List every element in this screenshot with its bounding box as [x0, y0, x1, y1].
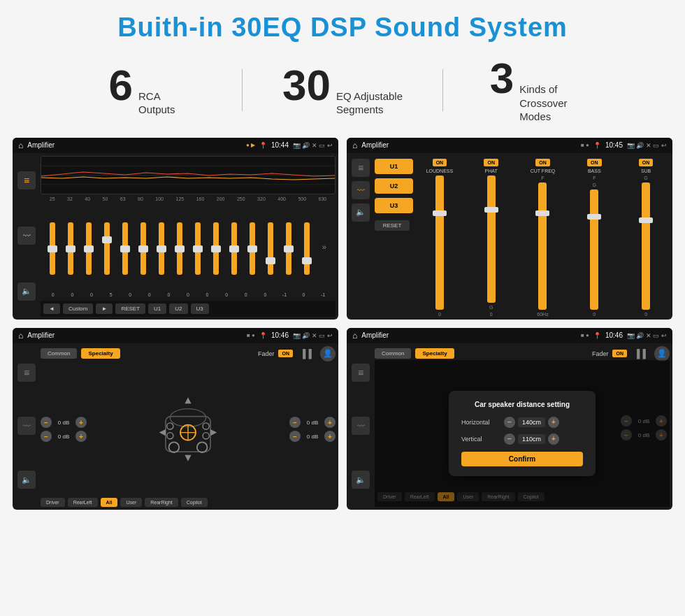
eq-custom-btn[interactable]: Custom	[63, 303, 94, 314]
eq-slider-5[interactable]	[122, 222, 128, 275]
fader-plus-right-2[interactable]: +	[324, 431, 336, 442]
crossover-content-area: ≡ 〰 🔈 U1 U2 U3 RESET ON LOUDNESS	[347, 153, 672, 320]
fader-minus-right-2[interactable]: −	[289, 431, 301, 442]
confirm-button[interactable]: Confirm	[461, 452, 583, 466]
fader-status-icons: 📷 🔊 ✕ ▭ ↩	[293, 332, 333, 339]
eq-sidebar-btn-3[interactable]: 🔈	[17, 282, 36, 301]
eq-sidebar-btn-2[interactable]: 〰	[17, 227, 36, 245]
fader-common-tab[interactable]: Common	[41, 348, 77, 359]
eq-u3-btn[interactable]: U3	[191, 303, 209, 314]
sub-slider[interactable]	[642, 182, 650, 310]
eq-slider-2[interactable]	[68, 222, 73, 275]
vertical-plus-btn[interactable]: +	[548, 434, 559, 445]
eq-slider-11[interactable]	[231, 222, 237, 275]
fader-minus-left-1[interactable]: −	[41, 417, 52, 428]
eq-slider-3[interactable]	[86, 222, 92, 275]
eq-u2-btn[interactable]: U2	[169, 303, 187, 314]
eq-val-12: 0	[261, 292, 269, 297]
eq-freq-400: 400	[277, 196, 286, 201]
fader-user-btn[interactable]: User	[120, 498, 142, 507]
crossover-speaker-btn[interactable]: 🔈	[352, 203, 370, 222]
eq-val-11: 0	[242, 292, 250, 297]
eq-slider-1[interactable]	[50, 222, 55, 275]
eq-slider-10[interactable]	[213, 222, 219, 275]
eq-slider-8[interactable]	[177, 222, 182, 275]
horizontal-plus-btn[interactable]: +	[548, 417, 559, 428]
horizontal-minus-btn[interactable]: −	[504, 417, 515, 428]
eq-slider-4[interactable]	[104, 222, 110, 275]
distance-status-icons: 📷 🔊 ✕ ▭ ↩	[627, 332, 667, 339]
eq-slider-7[interactable]	[159, 222, 164, 275]
eq-slider-13[interactable]	[268, 222, 273, 275]
crossover-dot-icons: ■ ●	[581, 142, 589, 148]
bass-slider[interactable]	[590, 189, 598, 310]
fader-plus-right-1[interactable]: +	[324, 417, 336, 428]
eq-slider-14[interactable]	[286, 222, 291, 275]
distance-specialty-tab[interactable]: Specialty	[415, 348, 454, 359]
distance-common-tab[interactable]: Common	[375, 348, 411, 359]
fader-minus-right-1[interactable]: −	[289, 417, 301, 428]
eq-freq-100: 100	[155, 196, 164, 201]
eq-expand-icon[interactable]: »	[322, 243, 326, 251]
fader-plus-left-2[interactable]: +	[75, 431, 87, 442]
fader-rearright-btn[interactable]: RearRight	[145, 498, 178, 507]
eq-sliders-row[interactable]: »	[41, 219, 336, 275]
eq-slider-15[interactable]	[304, 222, 310, 275]
fader-speaker-btn[interactable]: 🔈	[17, 471, 36, 489]
fader-minus-left-2[interactable]: −	[41, 431, 52, 442]
distance-wave-btn[interactable]: 〰	[352, 417, 370, 435]
sub-toggle[interactable]: ON	[639, 159, 654, 166]
distance-fader-toggle[interactable]: ON	[612, 350, 627, 357]
fader-copilot-btn[interactable]: Copilot	[181, 498, 208, 507]
crossover-eq-btn[interactable]: ≡	[352, 159, 370, 177]
car-svg	[153, 391, 223, 468]
eq-u1-btn[interactable]: U1	[148, 303, 166, 314]
loudness-slider[interactable]	[435, 176, 444, 310]
crossover-reset-btn[interactable]: RESET	[375, 220, 410, 231]
eq-slider-6[interactable]	[140, 222, 146, 275]
loudness-toggle[interactable]: ON	[433, 159, 447, 166]
svg-point-7	[167, 423, 173, 429]
stat-crossover: 3 Kinds of Crossover Modes	[443, 57, 643, 124]
crossover-u3-btn[interactable]: U3	[375, 198, 413, 213]
eq-slider-9[interactable]	[195, 222, 201, 275]
fader-plus-left-1[interactable]: +	[75, 417, 87, 428]
crossover-wave-btn[interactable]: 〰	[352, 181, 370, 199]
channel-phat: ON PHAT G 0	[468, 159, 515, 317]
fader-eq-btn[interactable]: ≡	[17, 364, 36, 382]
page-title: Buith-in 30EQ DSP Sound System	[0, 0, 685, 50]
bass-toggle[interactable]: ON	[587, 159, 602, 166]
crossover-u1-btn[interactable]: U1	[375, 159, 413, 174]
eq-next-btn[interactable]: ►	[96, 303, 113, 314]
distance-fader-label: Fader	[592, 350, 609, 357]
fader-wave-btn[interactable]: 〰	[17, 417, 36, 435]
fader-all-btn[interactable]: All	[101, 498, 118, 507]
fader-specialty-tab[interactable]: Specialty	[81, 348, 120, 359]
fader-db-value-right-2: 0 dB	[303, 434, 322, 440]
phat-toggle[interactable]: ON	[484, 159, 498, 166]
vertical-minus-btn[interactable]: −	[504, 434, 515, 445]
distance-eq-btn[interactable]: ≡	[352, 364, 370, 382]
distance-speaker-btn[interactable]: 🔈	[352, 471, 370, 489]
phat-slider[interactable]	[487, 176, 496, 303]
fader-db-right-2: − 0 dB +	[289, 431, 336, 442]
eq-val-7: 0	[164, 292, 173, 297]
distance-person-icon[interactable]: 👤	[654, 346, 670, 361]
cutfreq-toggle[interactable]: ON	[535, 159, 550, 166]
crossover-u2-btn[interactable]: U2	[375, 178, 413, 194]
eq-slider-12[interactable]	[250, 222, 255, 275]
cutfreq-slider[interactable]	[538, 182, 547, 310]
fader-toggle[interactable]: ON	[278, 350, 293, 357]
eq-reset-btn[interactable]: RESET	[115, 303, 145, 314]
eq-sidebar-btn-1[interactable]: ≡	[17, 171, 36, 189]
distance-slider-icon: ▐▐	[634, 349, 646, 359]
distance-dot-icons: ■ ●	[581, 332, 589, 338]
fader-driver-btn[interactable]: Driver	[41, 498, 65, 507]
svg-marker-17	[210, 429, 217, 436]
loudness-bottom: 0	[438, 312, 441, 317]
eq-prev-btn[interactable]: ◄	[43, 303, 60, 314]
eq-sidebar: ≡ 〰 🔈	[15, 156, 38, 317]
fader-rearleft-btn[interactable]: RearLeft	[68, 498, 98, 507]
channel-bass: ON BASS F G 0	[570, 159, 618, 317]
fader-person-icon[interactable]: 👤	[320, 346, 336, 361]
